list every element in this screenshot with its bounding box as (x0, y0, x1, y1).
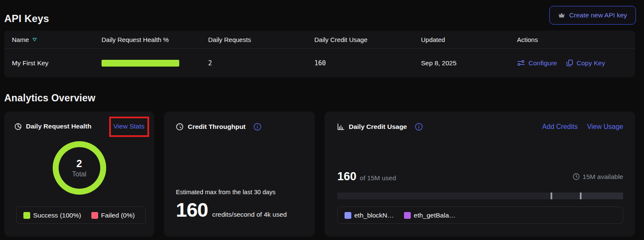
updated-cell: Sep 8, 2025 (421, 59, 517, 67)
legend-item-eth-getbalance: eth_getBala… (404, 212, 455, 219)
legend-item-failed: Failed (0%) (91, 212, 135, 219)
create-api-key-label: Create new API key (569, 11, 627, 19)
donut-total-label: Total (72, 170, 87, 178)
api-keys-table: Name Daily Request Health % Daily Reques… (4, 31, 635, 77)
health-bar (102, 60, 179, 67)
progress-segment-end (580, 193, 623, 199)
daily-credit-usage-cell: 160 (314, 59, 421, 67)
clock-icon (573, 173, 580, 180)
health-bar-cell (102, 60, 208, 67)
credit-usage-legend: eth_blockN… eth_getBala… (337, 207, 623, 224)
donut-total-value: 2 (76, 158, 82, 170)
analytics-cards: Daily Request Health View Stats 2 Total … (4, 112, 635, 237)
view-usage-link[interactable]: View Usage (587, 123, 623, 131)
bar-chart-icon (337, 123, 345, 130)
column-header-updated: Updated (421, 36, 517, 43)
configure-label: Configure (528, 59, 557, 67)
view-stats-link[interactable]: View Stats (113, 123, 144, 130)
progress-segment-mid (551, 193, 580, 199)
daily-credit-usage-card: Daily Credit Usage Add Credits View Usag… (325, 112, 635, 237)
legend-item-eth-blocknumber: eth_blockN… (345, 212, 394, 219)
credit-usage-progress-bar (337, 193, 623, 199)
column-header-name[interactable]: Name (12, 36, 102, 43)
eth-getbalance-swatch (404, 212, 411, 219)
table-header-row: Name Daily Request Health % Daily Reques… (4, 31, 635, 49)
daily-requests-cell: 2 (208, 59, 314, 67)
credits-available-label: 15M available (582, 173, 623, 181)
throughput-subtitle: Estimated max from the last 30 days (176, 189, 303, 195)
table-row: My First Key 2 160 Sep 8, 2025 Configure (4, 49, 635, 77)
actions-cell: Configure Copy Key (517, 59, 635, 67)
analytics-overview-title: Analytics Overview (4, 92, 644, 104)
column-header-daily-requests: Daily Requests (208, 36, 314, 43)
column-header-daily-credit-usage: Daily Credit Usage (314, 36, 421, 43)
capacity-marker-2 (580, 193, 582, 199)
copy-icon (566, 59, 573, 67)
credit-throughput-card: Credit Throughput Estimated max from the… (164, 112, 315, 237)
pie-chart-icon (14, 123, 22, 130)
request-health-legend: Success (100%) Failed (0%) (16, 207, 146, 224)
throughput-unit: credits/second of 4k used (212, 211, 287, 218)
legend-item-success: Success (100%) (23, 212, 81, 219)
daily-request-health-title: Daily Request Health (26, 123, 91, 130)
crown-icon (558, 12, 565, 18)
copy-key-button[interactable]: Copy Key (566, 59, 605, 67)
daily-request-health-card: Daily Request Health View Stats 2 Total … (4, 112, 154, 237)
add-credits-link[interactable]: Add Credits (542, 123, 578, 131)
credits-used-suffix: of 15M used (360, 174, 396, 182)
copy-key-label: Copy Key (576, 59, 605, 67)
column-header-health: Daily Request Health % (102, 36, 208, 43)
key-name-cell: My First Key (12, 59, 102, 67)
configure-button[interactable]: Configure (517, 59, 557, 67)
gauge-icon (176, 123, 184, 131)
column-header-actions: Actions (517, 36, 635, 43)
eth-blocknumber-swatch (345, 212, 351, 219)
credits-used-value: 160 (337, 170, 356, 183)
credit-throughput-title: Credit Throughput (188, 123, 246, 131)
info-icon[interactable] (415, 123, 423, 131)
failed-swatch (91, 212, 98, 219)
page-header: API Keys Create new API key (0, 0, 644, 31)
success-swatch (23, 212, 30, 219)
throughput-value: 160 (176, 198, 208, 221)
request-health-donut-chart: 2 Total (53, 141, 106, 195)
create-api-key-button[interactable]: Create new API key (549, 6, 636, 25)
sort-chevron-icon[interactable] (32, 38, 37, 42)
daily-credit-usage-title: Daily Credit Usage (349, 123, 407, 131)
capacity-marker-1 (551, 193, 552, 199)
page-title: API Keys (4, 13, 49, 25)
info-icon[interactable] (253, 123, 262, 131)
sliders-icon (517, 60, 525, 66)
health-bar-fill (102, 60, 179, 67)
